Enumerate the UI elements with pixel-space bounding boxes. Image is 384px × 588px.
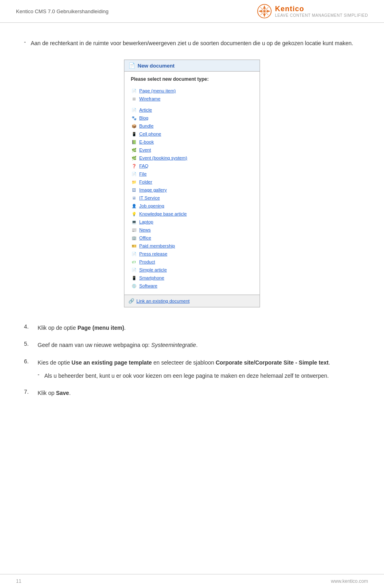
doc-item-product[interactable]: 🏷 Product (131, 258, 253, 266)
cellphone-icon: 📱 (131, 131, 137, 137)
paid-icon: 🎫 (131, 243, 137, 249)
doc-item-gallery[interactable]: 🖼 Image gallery (131, 186, 253, 194)
step-6-number: 6. (24, 358, 34, 365)
doc-item-paid-label: Paid membership (139, 243, 175, 248)
event-booking-icon: 🌿 (131, 155, 137, 161)
ebook-icon: 📗 (131, 139, 137, 145)
svg-marker-5 (263, 6, 266, 9)
doc-item-smartphone-label: Smartphone (139, 275, 164, 280)
doc-item-event[interactable]: 🌿 Event (131, 146, 253, 154)
step-5-text: Geef de naam van uw nieuwe webpagina op:… (38, 341, 198, 350)
dialog-body: Please select new document type: 📄 Page … (124, 72, 260, 295)
news-icon: 📰 (131, 227, 137, 233)
doc-item-blog[interactable]: 🐾 Blog (131, 114, 253, 122)
doc-item-job[interactable]: 👤 Job opening (131, 202, 253, 210)
logo-sub: LEAVE CONTENT MANAGEMENT SIMPLIFIED (275, 13, 368, 18)
step-7: 7. Klik op Save. (24, 389, 360, 398)
it-icon: 🖥 (131, 195, 137, 201)
smartphone-icon: 📱 (131, 275, 137, 281)
intro-dash: - (24, 39, 26, 48)
doc-item-kb[interactable]: 💡 Knowledge base article (131, 210, 253, 218)
doc-item-page-label: Page (menu item) (139, 88, 176, 93)
doc-item-press-label: Press release (139, 251, 167, 256)
doc-item-ebook-label: E-book (139, 140, 154, 144)
step-6-content: Kies de optie Use an existing page templ… (38, 358, 330, 381)
doc-item-news[interactable]: 📰 News (131, 226, 253, 234)
step-4-text: Klik op de optie Page (menu item). (38, 323, 126, 333)
gallery-icon: 🖼 (131, 187, 137, 193)
doc-item-simple-label: Simple article (139, 267, 167, 272)
doc-item-ebook[interactable]: 📗 E-book (131, 138, 253, 146)
dialog-header: 📄 New document (124, 60, 260, 72)
doc-item-article-label: Article (139, 108, 152, 112)
doc-item-page[interactable]: 📄 Page (menu item) (131, 87, 253, 95)
step-4-number: 4. (24, 323, 34, 330)
dialog-footer[interactable]: 🔗 Link an existing document (124, 295, 260, 307)
page-footer: 11 www.kentico.com (0, 574, 384, 588)
doc-item-faq-label: FAQ (139, 163, 148, 168)
doc-item-it[interactable]: 🖥 IT Service (131, 194, 253, 202)
doc-item-news-label: News (139, 227, 151, 232)
doc-item-gallery-label: Image gallery (139, 187, 167, 192)
article-icon: 📄 (131, 107, 137, 113)
step-6-sub-dash: - (38, 371, 40, 381)
doc-item-event-label: Event (139, 147, 151, 152)
event-icon: 🌿 (131, 147, 137, 153)
wireframe-icon: ⊞ (131, 96, 137, 102)
file-icon: 📄 (131, 171, 137, 177)
doc-item-smartphone[interactable]: 📱 Smartphone (131, 274, 253, 282)
bundle-icon: 📦 (131, 123, 137, 129)
doc-item-event-booking-label: Event (booking system) (139, 155, 187, 160)
blog-icon: 🐾 (131, 115, 137, 121)
dialog-header-title: New document (138, 63, 174, 69)
doc-item-software[interactable]: 💿 Software (131, 282, 253, 290)
dialog-footer-label: Link an existing document (136, 299, 190, 303)
dialog-screenshot: 📄 New document Please select new documen… (124, 60, 260, 307)
doc-item-laptop-label: Laptop (139, 219, 153, 224)
step-7-text: Klik op Save. (38, 389, 71, 398)
doc-item-cellphone-label: Cell phone (139, 132, 161, 136)
header-logo: Kentico LEAVE CONTENT MANAGEMENT SIMPLIF… (257, 4, 368, 18)
svg-marker-7 (259, 10, 262, 13)
doc-item-bundle[interactable]: 📦 Bundle (131, 122, 253, 130)
doc-item-office[interactable]: 🏢 Office (131, 234, 253, 242)
logo-name: Kentico (275, 5, 368, 13)
doc-item-article[interactable]: 📄 Article (131, 106, 253, 114)
doc-item-faq[interactable]: ❓ FAQ (131, 162, 253, 170)
doc-item-event-booking[interactable]: 🌿 Event (booking system) (131, 154, 253, 162)
step-6-sub: - Als u beheerder bent, kunt u er ook vo… (38, 371, 330, 381)
faq-icon: ❓ (131, 163, 137, 169)
office-icon: 🏢 (131, 235, 137, 241)
press-icon: 📄 (131, 251, 137, 257)
doc-item-laptop[interactable]: 💻 Laptop (131, 218, 253, 226)
intro-paragraph: - Aan de rechterkant in de ruimte voor b… (24, 39, 360, 48)
doc-item-cellphone[interactable]: 📱 Cell phone (131, 130, 253, 138)
doc-item-wireframe-label: Wireframe (139, 96, 160, 101)
doc-item-folder[interactable]: 📁 Folder (131, 178, 253, 186)
link-icon: 🔗 (128, 298, 134, 304)
step-6: 6. Kies de optie Use an existing page te… (24, 358, 360, 381)
doc-item-blog-label: Blog (139, 116, 148, 120)
header-title: Kentico CMS 7.0 Gebruikershandleiding (16, 8, 108, 14)
job-icon: 👤 (131, 203, 137, 209)
kb-icon: 💡 (131, 211, 137, 217)
doc-item-paid[interactable]: 🎫 Paid membership (131, 242, 253, 250)
product-icon: 🏷 (131, 259, 137, 265)
doc-item-it-label: IT Service (139, 195, 160, 200)
dialog-prompt: Please select new document type: (131, 76, 253, 82)
step-7-number: 7. (24, 389, 34, 395)
laptop-icon: 💻 (131, 219, 137, 225)
doc-item-simple[interactable]: 📄 Simple article (131, 266, 253, 274)
doc-item-file[interactable]: 📄 File (131, 170, 253, 178)
step-4: 4. Klik op de optie Page (menu item). (24, 323, 360, 333)
doc-item-software-label: Software (139, 283, 157, 288)
doc-item-folder-label: Folder (139, 179, 152, 184)
simple-icon: 📄 (131, 267, 137, 273)
software-icon: 💿 (131, 283, 137, 289)
dialog-header-icon: 📄 (128, 62, 135, 69)
doc-item-office-label: Office (139, 235, 151, 240)
logo-text-group: Kentico LEAVE CONTENT MANAGEMENT SIMPLIF… (275, 5, 368, 18)
doc-item-press[interactable]: 📄 Press release (131, 250, 253, 258)
doc-item-wireframe[interactable]: ⊞ Wireframe (131, 95, 253, 103)
step-5-number: 5. (24, 341, 34, 347)
